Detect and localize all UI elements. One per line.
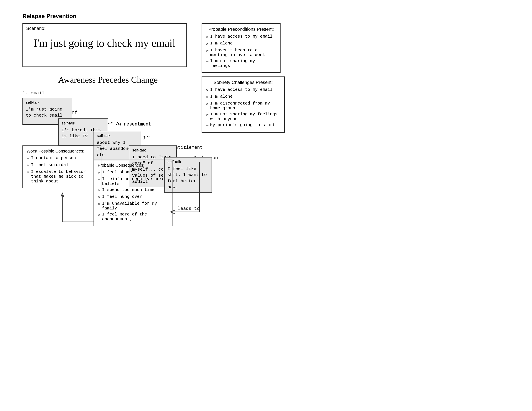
scenario-label: Scenario:	[26, 26, 46, 31]
probable-consequences-list: ✳I feel shame ✳I reinforce negative core…	[98, 170, 168, 221]
probable-consequences-box: Probable Consequences: ✳I feel shame ✳I …	[94, 160, 172, 226]
list-item: ✳I have access to my email	[206, 87, 281, 93]
list-item: ✳I feel hung over	[98, 194, 168, 200]
self-talk-label-3: self-talk	[97, 134, 138, 138]
step-1-label: 1. email	[22, 91, 45, 96]
list-item: ✳My period's going to start	[206, 123, 281, 128]
self-talk-label-2: self-talk	[62, 121, 105, 125]
probable-preconditions-list: ✳I have access to my email ✳I'm alone ✳I…	[206, 34, 276, 68]
list-item: ✳I contact a person	[27, 156, 97, 161]
list-item: ✳I have access to my email	[206, 34, 276, 40]
page-title: Relapse Prevention	[22, 13, 76, 19]
list-item: ✳I escalate to behavior that makes me si…	[27, 169, 97, 184]
list-item: ✳I feel shame	[98, 170, 168, 175]
leads-to-label: leads to	[178, 206, 200, 211]
self-talk-content-1: I'm just going to check email	[26, 106, 69, 119]
list-item: ✳I spend too much time	[98, 187, 168, 193]
list-item: ✳I haven't been to a meeting in over a w…	[206, 48, 276, 57]
list-item: ✳I'm alone	[206, 41, 276, 47]
probable-preconditions-box: Probable Preconditions Present: ✳I have …	[202, 23, 281, 73]
self-talk-content-5: I feel like shit. I want to feel better …	[168, 166, 209, 190]
probable-preconditions-title: Probable Preconditions Present:	[206, 27, 276, 32]
self-talk-label-1: self-talk	[26, 100, 69, 105]
sobriety-challenges-title: Sobriety Challenges Present:	[206, 80, 281, 85]
list-item: ✳I'm unavailable for my family	[98, 201, 168, 211]
list-item: ✳I feel suicidal	[27, 162, 97, 168]
self-talk-label-4: self-talk	[132, 148, 173, 153]
scenario-box: Scenario: I'm just going to check my ema…	[22, 23, 187, 67]
sobriety-challenges-box: Sobriety Challenges Present: ✳I have acc…	[202, 76, 285, 133]
list-item: ✳I feel more of the abandonment,	[98, 212, 168, 221]
probable-consequences-title: Probable Consequences:	[98, 163, 168, 168]
list-item: ✳I reinforce negative core beliefs	[98, 177, 168, 186]
list-item: ✳I'm disconnected from my home group	[206, 101, 281, 111]
list-item: ✳I'm alone	[206, 94, 281, 100]
list-item: ✳I'm not sharing my feelings	[206, 59, 276, 68]
sobriety-challenges-list: ✳I have access to my email ✳I'm alone ✳I…	[206, 87, 281, 128]
self-talk-label-5: self-talk	[168, 160, 209, 164]
worst-consequences-box: Worst Possible Consequences: ✳I contact …	[22, 145, 101, 188]
list-item: ✳I'm not sharing my feelings with anyone	[206, 112, 281, 121]
worst-consequences-title: Worst Possible Consequences:	[27, 149, 97, 153]
awareness-text: Awareness Precedes Change	[58, 75, 158, 85]
worst-consequences-list: ✳I contact a person ✳I feel suicidal ✳I …	[27, 156, 97, 184]
scenario-text: I'm just going to check my email	[26, 37, 183, 49]
